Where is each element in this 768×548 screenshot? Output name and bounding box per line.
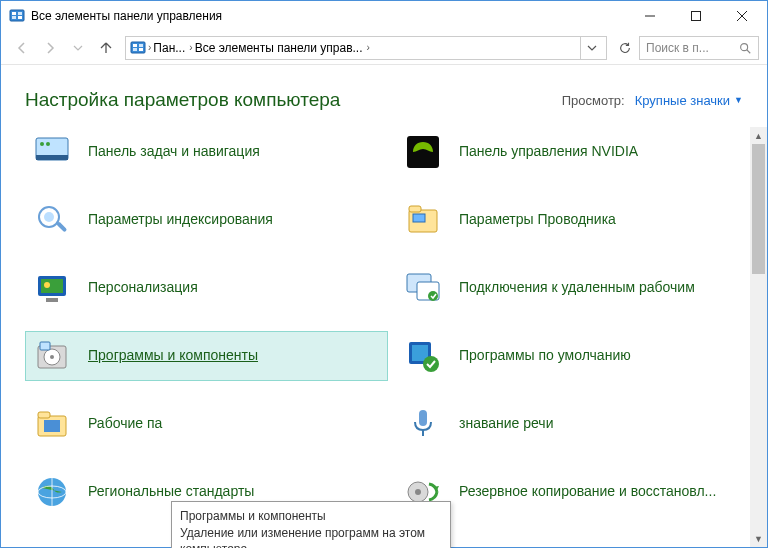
chevron-down-icon: ▼ [734, 95, 743, 105]
recent-dropdown[interactable] [65, 35, 91, 61]
control-panel-item[interactable]: Параметры индексирования [25, 195, 388, 245]
item-label: Рабочие па [88, 415, 381, 433]
breadcrumb-item[interactable]: Пан...› [153, 41, 192, 55]
control-panel-item[interactable]: Персонализация [25, 263, 388, 313]
minimize-button[interactable] [627, 1, 673, 31]
svg-rect-9 [131, 42, 145, 53]
app-icon [9, 8, 25, 24]
svg-rect-4 [18, 16, 22, 19]
svg-rect-12 [133, 48, 137, 51]
speech-icon [403, 404, 443, 444]
item-label: Резервное копирование и восстановл... [459, 483, 752, 501]
heading-row: Настройка параметров компьютера Просмотр… [1, 65, 767, 127]
explorer-icon [403, 200, 443, 240]
svg-rect-10 [133, 44, 137, 47]
content: Настройка параметров компьютера Просмотр… [1, 65, 767, 547]
control-panel-item[interactable]: Программы и компоненты [25, 331, 388, 381]
item-label: Программы по умолчанию [459, 347, 752, 365]
breadcrumb-dropdown[interactable] [580, 37, 602, 59]
personalization-icon [32, 268, 72, 308]
scroll-thumb[interactable] [752, 144, 765, 274]
item-label: Персонализация [88, 279, 381, 297]
navbar: › Пан...› Все элементы панели управ...› … [1, 31, 767, 65]
taskbar-icon [32, 132, 72, 172]
scroll-track[interactable] [750, 144, 767, 530]
svg-rect-3 [12, 16, 16, 19]
control-panel-item[interactable]: Параметры Проводника [396, 195, 759, 245]
item-label: Параметры индексирования [88, 211, 381, 229]
defaults-icon [403, 336, 443, 376]
back-button[interactable] [9, 35, 35, 61]
view-label: Просмотр: [562, 93, 625, 108]
forward-button[interactable] [37, 35, 63, 61]
item-label: знавание речи [459, 415, 752, 433]
search-placeholder: Поиск в п... [646, 41, 738, 55]
svg-line-15 [747, 49, 751, 53]
control-panel-item[interactable]: Панель задач и навигация [25, 127, 388, 177]
breadcrumb-item[interactable]: Все элементы панели управ...› [195, 41, 370, 55]
svg-point-14 [741, 43, 748, 50]
svg-rect-11 [139, 44, 143, 47]
breadcrumb[interactable]: › Пан...› Все элементы панели управ...› [125, 36, 607, 60]
svg-rect-13 [139, 48, 143, 51]
scroll-down-button[interactable]: ▼ [750, 530, 767, 547]
control-panel-item[interactable]: Панель управления NVIDIA [396, 127, 759, 177]
svg-rect-2 [18, 12, 22, 15]
item-label: Параметры Проводника [459, 211, 752, 229]
control-panel-item[interactable]: Программы по умолчанию [396, 331, 759, 381]
svg-rect-6 [692, 12, 701, 21]
window-title: Все элементы панели управления [31, 9, 627, 23]
item-label: Панель задач и навигация [88, 143, 381, 161]
item-label: Подключения к удаленным рабочим [459, 279, 752, 297]
svg-rect-0 [10, 10, 24, 21]
breadcrumb-icon [130, 40, 146, 56]
control-panel-item[interactable]: знавание речи [396, 399, 759, 449]
remote-icon [403, 268, 443, 308]
search-icon [738, 41, 752, 55]
titlebar: Все элементы панели управления [1, 1, 767, 31]
breadcrumb-sep[interactable]: › [148, 42, 151, 53]
control-panel-item[interactable]: Рабочие па [25, 399, 388, 449]
indexing-icon [32, 200, 72, 240]
up-button[interactable] [93, 35, 119, 61]
item-label: Программы и компоненты [88, 347, 381, 365]
tooltip-body: Удаление или изменение программ на этом … [180, 525, 442, 548]
page-title: Настройка параметров компьютера [25, 89, 562, 111]
nvidia-icon [403, 132, 443, 172]
programs-icon [32, 336, 72, 376]
view-dropdown[interactable]: Крупные значки▼ [635, 93, 743, 108]
item-label: Региональные стандарты [88, 483, 381, 501]
search-input[interactable]: Поиск в п... [639, 36, 759, 60]
item-label: Панель управления NVIDIA [459, 143, 752, 161]
refresh-button[interactable] [613, 36, 637, 60]
window: Все элементы панели управления › Пан...›… [0, 0, 768, 548]
maximize-button[interactable] [673, 1, 719, 31]
workfolders-icon [32, 404, 72, 444]
items-area: Панель задач и навигацияПанель управлени… [1, 127, 767, 547]
region-icon [32, 472, 72, 512]
scrollbar[interactable]: ▲ ▼ [750, 127, 767, 547]
scroll-up-button[interactable]: ▲ [750, 127, 767, 144]
tooltip-title: Программы и компоненты [180, 508, 442, 524]
control-panel-item[interactable]: Подключения к удаленным рабочим [396, 263, 759, 313]
svg-rect-1 [12, 12, 16, 15]
close-button[interactable] [719, 1, 765, 31]
tooltip: Программы и компоненты Удаление или изме… [171, 501, 451, 548]
